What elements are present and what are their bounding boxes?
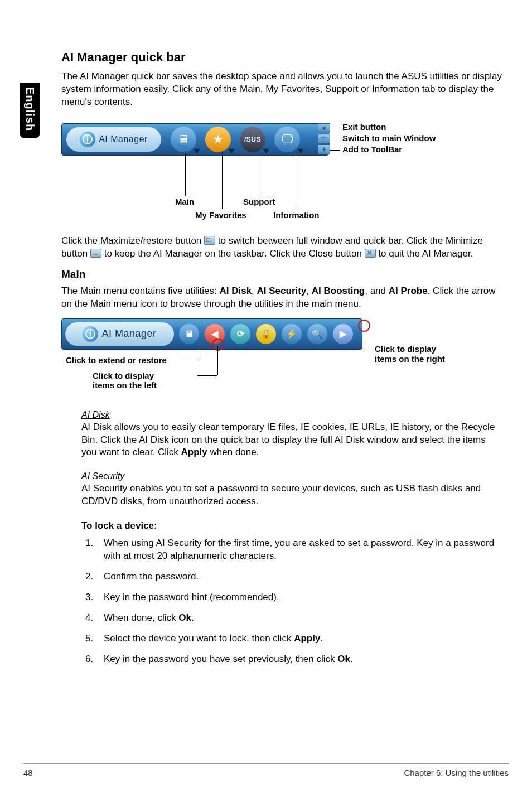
chapter-label: Chapter 6: Using the utilities xyxy=(404,768,509,777)
step-5: Select the device you want to lock, then… xyxy=(96,632,502,645)
window-buttons: × □ ＋ xyxy=(318,123,330,154)
page-footer: 48 Chapter 6: Using the utilities xyxy=(23,763,509,777)
ai-disk-heading: AI Disk xyxy=(81,410,502,420)
page-number: 48 xyxy=(23,768,33,777)
information-icon-wrap[interactable]: 🖵 xyxy=(272,127,303,152)
step-6: Key in the password you have set previou… xyxy=(96,653,502,666)
annot-extend-restore: Click to extend or restore xyxy=(66,355,167,365)
quick-bar: ⓘ AI Manager 🖥 ★ /SUS 🖵 xyxy=(61,123,329,156)
heading-main: Main xyxy=(61,268,502,281)
step-3: Key in the password hint (recommended). xyxy=(96,591,502,604)
dropdown-arrow-icon xyxy=(263,149,269,153)
main-bar-logo: ⓘ AI Manager xyxy=(65,322,174,346)
maximize-paragraph: Click the Maximize/restore button to swi… xyxy=(61,235,502,260)
logo-orb-icon: ⓘ xyxy=(80,132,95,147)
maximize-icon xyxy=(204,236,215,245)
annot-switch: Switch to main Window xyxy=(342,133,436,143)
ai-probe-icon[interactable]: 🔍 xyxy=(306,322,329,346)
ai-security-heading: AI Security xyxy=(81,471,502,481)
support-icon-wrap[interactable]: /SUS xyxy=(237,127,268,152)
annot-display-right-1: Click to display xyxy=(375,344,436,354)
quick-bar-logo: ⓘ AI Manager xyxy=(66,127,161,152)
label-information: Information xyxy=(273,210,320,220)
step-2: Confirm the password. xyxy=(96,571,502,583)
favorites-icon-wrap[interactable]: ★ xyxy=(202,127,234,152)
minimize-icon xyxy=(90,249,101,258)
label-main: Main xyxy=(175,197,194,206)
main-icon-wrap[interactable]: 🖥 xyxy=(168,127,199,152)
lock-device-heading: To lock a device: xyxy=(81,520,502,532)
step-4: When done, click Ok. xyxy=(96,612,502,625)
ai-disk-body: AI Disk allows you to easily clear tempo… xyxy=(81,421,502,460)
step-1: When using AI Security for the first tim… xyxy=(96,537,502,563)
logo-orb-icon: ⓘ xyxy=(83,326,98,342)
switch-window-button[interactable]: □ xyxy=(318,134,330,144)
main-icon: 🖥 xyxy=(171,127,196,152)
annot-display-right-2: items on the right xyxy=(375,354,445,364)
support-icon: /SUS xyxy=(240,127,265,152)
quick-bar-icons: 🖥 ★ /SUS 🖵 xyxy=(168,127,303,152)
main-paragraph: The Main menu contains five utilities: A… xyxy=(61,285,502,311)
annot-add: Add to ToolBar xyxy=(342,144,402,154)
add-toolbar-button[interactable]: ＋ xyxy=(318,144,330,154)
highlight-ring-2 xyxy=(358,320,370,332)
favorites-icon: ★ xyxy=(205,127,231,152)
right-arrow-button[interactable]: ▶ xyxy=(331,322,355,346)
main-bar-diagram: ⓘ AI Manager 🖥 ◀ ⟳ 🔒 ⚡ 🔍 ▶ Click to disp… xyxy=(61,318,502,402)
dropdown-arrow-icon xyxy=(228,149,235,153)
label-support: Support xyxy=(243,197,275,206)
information-icon: 🖵 xyxy=(274,127,300,152)
dropdown-arrow-icon xyxy=(297,149,304,153)
utilities-section: AI Disk AI Disk allows you to easily cle… xyxy=(81,410,502,666)
dropdown-arrow-icon xyxy=(194,149,200,153)
logo-text: AI Manager xyxy=(99,134,148,144)
ai-disk-icon[interactable]: ⟳ xyxy=(229,322,252,346)
lock-device-steps: When using AI Security for the first tim… xyxy=(96,537,502,666)
ai-security-icon[interactable]: 🔒 xyxy=(254,322,278,346)
heading-quick-bar: AI Manager quick bar xyxy=(61,50,502,65)
logo-text: AI Manager xyxy=(101,328,156,340)
label-favorites: My Favorites xyxy=(195,210,246,220)
intro-paragraph: The AI Manager quick bar saves the deskt… xyxy=(61,70,502,109)
main-section-icon[interactable]: 🖥 xyxy=(177,322,201,346)
quick-bar-diagram: ⓘ AI Manager 🖥 ★ /SUS 🖵 xyxy=(61,118,502,229)
annot-display-left-1: Click to displayitems on the left xyxy=(93,371,157,390)
exit-button[interactable]: × xyxy=(318,123,330,133)
annot-exit: Exit button xyxy=(342,122,386,132)
ai-security-body: AI Security enables you to set a passwor… xyxy=(81,482,502,508)
page-content: AI Manager quick bar The AI Manager quic… xyxy=(61,50,502,674)
highlight-ring-1 xyxy=(212,339,224,351)
close-icon xyxy=(365,249,376,258)
ai-boosting-icon[interactable]: ⚡ xyxy=(280,322,303,346)
language-side-tab: English xyxy=(20,83,40,138)
